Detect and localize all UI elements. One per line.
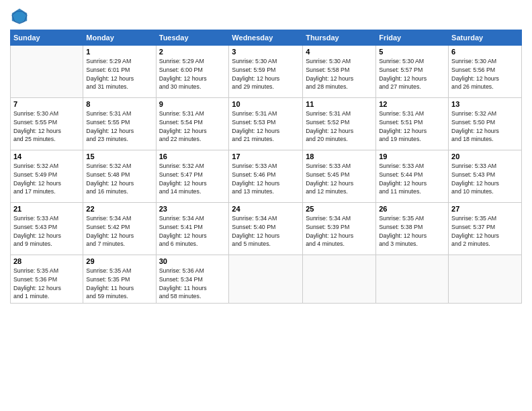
- day-header-thursday: Thursday: [303, 30, 376, 46]
- day-info: Sunrise: 5:29 AM Sunset: 6:01 PM Dayligh…: [86, 57, 152, 91]
- day-number: 7: [13, 100, 80, 108]
- day-info: Sunrise: 5:36 AM Sunset: 5:34 PM Dayligh…: [159, 267, 226, 301]
- week-row-3: 14Sunrise: 5:32 AM Sunset: 5:49 PM Dayli…: [11, 150, 522, 203]
- day-number: 20: [451, 152, 519, 161]
- calendar-cell: 18Sunrise: 5:33 AM Sunset: 5:45 PM Dayli…: [303, 150, 376, 203]
- day-info: Sunrise: 5:34 AM Sunset: 5:42 PM Dayligh…: [86, 214, 152, 248]
- day-number: 1: [86, 48, 152, 56]
- calendar-cell: 11Sunrise: 5:31 AM Sunset: 5:52 PM Dayli…: [303, 98, 376, 150]
- calendar-cell: 13Sunrise: 5:32 AM Sunset: 5:50 PM Dayli…: [449, 98, 522, 150]
- day-info: Sunrise: 5:31 AM Sunset: 5:53 PM Dayligh…: [232, 109, 300, 144]
- calendar-cell: 1Sunrise: 5:29 AM Sunset: 6:01 PM Daylig…: [83, 46, 156, 98]
- day-info: Sunrise: 5:33 AM Sunset: 5:44 PM Dayligh…: [379, 162, 445, 196]
- day-info: Sunrise: 5:35 AM Sunset: 5:37 PM Dayligh…: [451, 214, 519, 248]
- week-row-1: 1Sunrise: 5:29 AM Sunset: 6:01 PM Daylig…: [11, 46, 522, 98]
- day-header-tuesday: Tuesday: [156, 30, 229, 46]
- day-number: 6: [451, 48, 519, 56]
- day-number: 21: [13, 205, 80, 213]
- calendar-cell: 26Sunrise: 5:35 AM Sunset: 5:38 PM Dayli…: [376, 203, 449, 255]
- day-number: 9: [159, 100, 226, 108]
- calendar-cell: 16Sunrise: 5:32 AM Sunset: 5:47 PM Dayli…: [156, 150, 229, 203]
- day-header-monday: Monday: [83, 30, 156, 46]
- day-info: Sunrise: 5:33 AM Sunset: 5:46 PM Dayligh…: [232, 162, 300, 196]
- day-number: 4: [306, 48, 373, 56]
- day-info: Sunrise: 5:33 AM Sunset: 5:43 PM Dayligh…: [13, 214, 80, 248]
- calendar-cell: 3Sunrise: 5:30 AM Sunset: 5:59 PM Daylig…: [229, 46, 303, 98]
- day-number: 18: [306, 152, 373, 161]
- day-number: 28: [13, 257, 80, 265]
- calendar-cell: 27Sunrise: 5:35 AM Sunset: 5:37 PM Dayli…: [449, 203, 522, 255]
- day-info: Sunrise: 5:31 AM Sunset: 5:54 PM Dayligh…: [159, 109, 226, 144]
- day-number: 22: [86, 205, 152, 213]
- calendar-cell: [303, 255, 376, 304]
- calendar-cell: 6Sunrise: 5:30 AM Sunset: 5:56 PM Daylig…: [449, 46, 522, 98]
- day-info: Sunrise: 5:33 AM Sunset: 5:45 PM Dayligh…: [306, 162, 373, 196]
- logo-icon: [10, 7, 29, 26]
- day-number: 3: [232, 48, 300, 56]
- calendar-cell: 21Sunrise: 5:33 AM Sunset: 5:43 PM Dayli…: [11, 203, 83, 255]
- calendar-cell: 2Sunrise: 5:29 AM Sunset: 6:00 PM Daylig…: [156, 46, 229, 98]
- day-header-saturday: Saturday: [449, 30, 522, 46]
- week-row-2: 7Sunrise: 5:30 AM Sunset: 5:55 PM Daylig…: [11, 98, 522, 150]
- day-number: 26: [379, 205, 445, 213]
- day-info: Sunrise: 5:35 AM Sunset: 5:36 PM Dayligh…: [13, 267, 80, 301]
- calendar-cell: 24Sunrise: 5:34 AM Sunset: 5:40 PM Dayli…: [229, 203, 303, 255]
- calendar-cell: 4Sunrise: 5:30 AM Sunset: 5:58 PM Daylig…: [303, 46, 376, 98]
- calendar-table: SundayMondayTuesdayWednesdayThursdayFrid…: [10, 30, 522, 304]
- day-header-friday: Friday: [376, 30, 449, 46]
- calendar-cell: 29Sunrise: 5:35 AM Sunset: 5:35 PM Dayli…: [83, 255, 156, 304]
- day-header-wednesday: Wednesday: [229, 30, 303, 46]
- calendar-cell: 12Sunrise: 5:31 AM Sunset: 5:51 PM Dayli…: [376, 98, 449, 150]
- day-info: Sunrise: 5:35 AM Sunset: 5:38 PM Dayligh…: [379, 214, 445, 248]
- week-row-5: 28Sunrise: 5:35 AM Sunset: 5:36 PM Dayli…: [11, 255, 522, 304]
- day-number: 15: [86, 152, 152, 161]
- day-info: Sunrise: 5:31 AM Sunset: 5:51 PM Dayligh…: [379, 109, 445, 144]
- calendar-cell: 28Sunrise: 5:35 AM Sunset: 5:36 PM Dayli…: [11, 255, 83, 304]
- day-info: Sunrise: 5:32 AM Sunset: 5:49 PM Dayligh…: [13, 162, 80, 196]
- calendar-cell: [449, 255, 522, 304]
- day-info: Sunrise: 5:34 AM Sunset: 5:41 PM Dayligh…: [159, 214, 226, 248]
- calendar-cell: [11, 46, 83, 98]
- header: [10, 7, 522, 26]
- day-number: 27: [451, 205, 519, 213]
- day-number: 2: [159, 48, 226, 56]
- calendar-cell: [376, 255, 449, 304]
- day-info: Sunrise: 5:34 AM Sunset: 5:39 PM Dayligh…: [306, 214, 373, 248]
- day-info: Sunrise: 5:31 AM Sunset: 5:52 PM Dayligh…: [306, 109, 373, 144]
- day-number: 24: [232, 205, 300, 213]
- calendar-cell: 5Sunrise: 5:30 AM Sunset: 5:57 PM Daylig…: [376, 46, 449, 98]
- day-number: 17: [232, 152, 300, 161]
- calendar-cell: 23Sunrise: 5:34 AM Sunset: 5:41 PM Dayli…: [156, 203, 229, 255]
- day-number: 25: [306, 205, 373, 213]
- week-row-4: 21Sunrise: 5:33 AM Sunset: 5:43 PM Dayli…: [11, 203, 522, 255]
- calendar-cell: 20Sunrise: 5:33 AM Sunset: 5:43 PM Dayli…: [449, 150, 522, 203]
- calendar-cell: 9Sunrise: 5:31 AM Sunset: 5:54 PM Daylig…: [156, 98, 229, 150]
- day-info: Sunrise: 5:32 AM Sunset: 5:50 PM Dayligh…: [451, 109, 519, 144]
- calendar-cell: 15Sunrise: 5:32 AM Sunset: 5:48 PM Dayli…: [83, 150, 156, 203]
- calendar-cell: 8Sunrise: 5:31 AM Sunset: 5:55 PM Daylig…: [83, 98, 156, 150]
- day-info: Sunrise: 5:32 AM Sunset: 5:47 PM Dayligh…: [159, 162, 226, 196]
- day-number: 29: [86, 257, 152, 265]
- day-number: 30: [159, 257, 226, 265]
- day-info: Sunrise: 5:33 AM Sunset: 5:43 PM Dayligh…: [451, 162, 519, 196]
- day-number: 12: [379, 100, 445, 108]
- logo: [10, 7, 32, 26]
- day-info: Sunrise: 5:30 AM Sunset: 5:58 PM Dayligh…: [306, 57, 373, 91]
- calendar-cell: 14Sunrise: 5:32 AM Sunset: 5:49 PM Dayli…: [11, 150, 83, 203]
- day-info: Sunrise: 5:31 AM Sunset: 5:55 PM Dayligh…: [86, 109, 152, 144]
- calendar-cell: [229, 255, 303, 304]
- day-info: Sunrise: 5:29 AM Sunset: 6:00 PM Dayligh…: [159, 57, 226, 91]
- day-number: 13: [451, 100, 519, 108]
- day-info: Sunrise: 5:34 AM Sunset: 5:40 PM Dayligh…: [232, 214, 300, 248]
- day-info: Sunrise: 5:30 AM Sunset: 5:55 PM Dayligh…: [13, 109, 80, 144]
- calendar-cell: 17Sunrise: 5:33 AM Sunset: 5:46 PM Dayli…: [229, 150, 303, 203]
- day-info: Sunrise: 5:35 AM Sunset: 5:35 PM Dayligh…: [86, 267, 152, 301]
- day-number: 19: [379, 152, 445, 161]
- day-header-sunday: Sunday: [11, 30, 83, 46]
- day-number: 10: [232, 100, 300, 108]
- day-number: 14: [13, 152, 80, 161]
- day-number: 5: [379, 48, 445, 56]
- day-number: 23: [159, 205, 226, 213]
- calendar-cell: 25Sunrise: 5:34 AM Sunset: 5:39 PM Dayli…: [303, 203, 376, 255]
- day-number: 11: [306, 100, 373, 108]
